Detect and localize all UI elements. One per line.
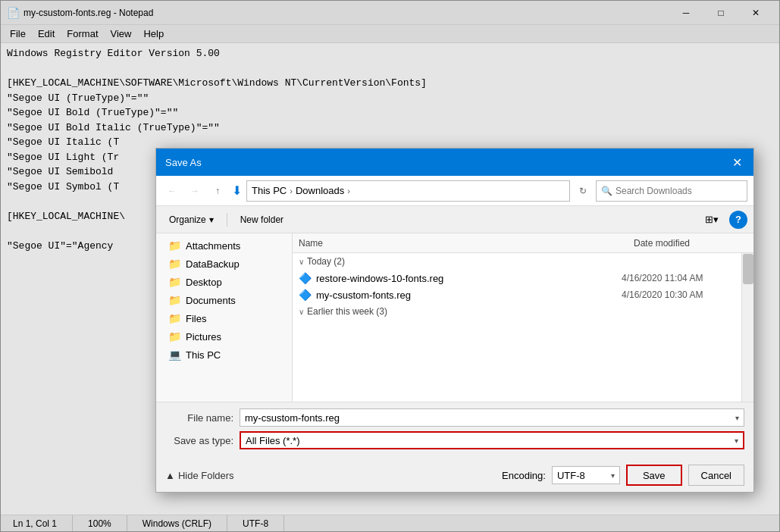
- search-icon: 🔍: [601, 186, 612, 196]
- dialog-close-button[interactable]: ✕: [726, 152, 747, 173]
- savetype-arrow-icon: ▾: [735, 437, 738, 445]
- reg-file-icon: 🔷: [299, 272, 312, 284]
- breadcrumb-bar[interactable]: This PC › Downloads ›: [246, 180, 570, 202]
- chevron-icon: ∨: [299, 258, 304, 266]
- folder-icon: 📁: [168, 239, 181, 252]
- breadcrumb-downloads: Downloads: [296, 185, 344, 196]
- folder-icon: 📁: [168, 258, 181, 270]
- folder-name: Documents: [186, 295, 236, 306]
- filename-input[interactable]: my-csustom-fonts.reg ▾: [240, 408, 744, 427]
- dialog-address-bar: ← → ↑ ⬇ This PC › Downloads › ↻ 🔍: [156, 176, 753, 206]
- refresh-button[interactable]: ↻: [573, 181, 593, 201]
- view-icon: ⊞▾: [705, 214, 719, 225]
- folder-icon: 📁: [168, 294, 181, 306]
- save-label: Save: [643, 470, 666, 481]
- encoding-value: UTF-8: [557, 470, 585, 481]
- folder-name: This PC: [186, 349, 221, 361]
- up-button[interactable]: ↑: [208, 181, 227, 201]
- breadcrumb-separator-2: ›: [347, 186, 350, 196]
- organize-button[interactable]: Organize ▾: [162, 211, 221, 228]
- dialog-title: Save As: [165, 157, 202, 168]
- dialog-footer: ▲ Hide Folders Encoding: UTF-8 ▾ Save Ca…: [156, 460, 753, 492]
- folder-icon: 📁: [168, 276, 181, 288]
- file-list-header: Name Date modified: [293, 233, 753, 253]
- folder-name: Pictures: [186, 331, 221, 343]
- dialog-title-bar: Save As ✕: [156, 149, 753, 176]
- filename-value: my-csustom-fonts.reg: [245, 412, 340, 424]
- file-name: my-csustom-fonts.reg: [316, 289, 617, 301]
- encoding-arrow-icon: ▾: [611, 471, 615, 480]
- folder-icon: 📁: [168, 312, 181, 324]
- reg-file-icon: 🔷: [299, 289, 312, 301]
- downloads-icon: ⬇: [232, 183, 242, 198]
- cancel-label: Cancel: [701, 470, 731, 481]
- hide-folders-button[interactable]: ▲ Hide Folders: [165, 470, 234, 481]
- help-icon: ?: [735, 214, 741, 225]
- chevron-icon: ∨: [299, 308, 304, 316]
- new-folder-button[interactable]: New folder: [233, 211, 290, 228]
- folder-icon: 📁: [168, 330, 181, 343]
- encoding-select[interactable]: UTF-8 ▾: [552, 466, 620, 484]
- savetype-row: Save as type: All Files (*.*) ▾: [165, 431, 744, 449]
- search-box[interactable]: 🔍: [596, 180, 747, 202]
- group-today-label: Today (2): [307, 256, 345, 267]
- scrollbar-track[interactable]: [741, 253, 753, 402]
- breadcrumb-separator-1: ›: [290, 186, 293, 196]
- breadcrumb-thispc: This PC: [252, 185, 287, 196]
- folder-files[interactable]: 📁 Files: [156, 309, 292, 327]
- group-today: ∨ Today (2): [293, 253, 741, 270]
- encoding-label: Encoding:: [502, 470, 546, 481]
- file-restore-fonts[interactable]: 🔷 restore-windows-10-fonts.reg 4/16/2020…: [293, 270, 741, 286]
- hide-folders-label: Hide Folders: [178, 470, 234, 481]
- file-list-body: ∨ Today (2) 🔷 restore-windows-10-fonts.r…: [293, 253, 741, 402]
- save-as-dialog: Save As ✕ ← → ↑ ⬇ This PC › Downloads › …: [155, 148, 754, 493]
- forward-button[interactable]: →: [185, 181, 205, 201]
- folder-attachments[interactable]: 📁 Attachments: [156, 236, 292, 255]
- file-date: 4/16/2020 10:30 AM: [622, 289, 735, 300]
- savetype-select[interactable]: All Files (*.*) ▾: [240, 431, 744, 449]
- hide-folders-icon: ▲: [165, 470, 175, 481]
- dialog-main: 📁 Attachments 📁 DataBackup 📁 Desktop 📁 D…: [156, 233, 753, 402]
- col-date-header: Date modified: [634, 238, 747, 249]
- savetype-label: Save as type:: [165, 435, 233, 446]
- dialog-toolbar: Organize ▾ New folder ⊞▾ ?: [156, 206, 753, 233]
- scrollbar-thumb[interactable]: [743, 254, 753, 284]
- view-button[interactable]: ⊞▾: [700, 210, 723, 230]
- savetype-value: All Files (*.*): [246, 435, 300, 446]
- folder-name: Attachments: [186, 240, 240, 252]
- dropdown-arrow-icon: ▾: [735, 414, 739, 422]
- folder-name: Files: [186, 313, 206, 324]
- left-panel: 📁 Attachments 📁 DataBackup 📁 Desktop 📁 D…: [156, 233, 293, 402]
- filename-row: File name: my-csustom-fonts.reg ▾: [165, 408, 744, 427]
- folder-pictures[interactable]: 📁 Pictures: [156, 327, 292, 346]
- folder-desktop[interactable]: 📁 Desktop: [156, 273, 292, 291]
- new-folder-label: New folder: [240, 214, 283, 225]
- toolbar-separator: [227, 213, 227, 227]
- file-date: 4/16/2020 11:04 AM: [622, 273, 735, 283]
- file-name: restore-windows-10-fonts.reg: [316, 273, 617, 284]
- file-csustom-fonts[interactable]: 🔷 my-csustom-fonts.reg 4/16/2020 10:30 A…: [293, 286, 741, 303]
- folder-name: Desktop: [186, 277, 222, 288]
- save-button[interactable]: Save: [626, 465, 682, 486]
- dialog-form: File name: my-csustom-fonts.reg ▾ Save a…: [156, 402, 753, 460]
- search-input[interactable]: [616, 186, 742, 196]
- col-name-header: Name: [299, 238, 634, 249]
- folder-databackup[interactable]: 📁 DataBackup: [156, 255, 292, 273]
- folder-thispc[interactable]: 💻 This PC: [156, 346, 292, 364]
- back-button[interactable]: ←: [162, 181, 182, 201]
- right-panel: Name Date modified ∨ Today (2) 🔷 restore…: [293, 233, 753, 402]
- group-earlier: ∨ Earlier this week (3): [293, 303, 741, 320]
- folder-name: DataBackup: [186, 258, 240, 270]
- organize-arrow: ▾: [209, 214, 214, 225]
- folder-documents[interactable]: 📁 Documents: [156, 291, 292, 309]
- cancel-button[interactable]: Cancel: [688, 465, 744, 486]
- computer-icon: 💻: [168, 349, 181, 361]
- group-earlier-label: Earlier this week (3): [307, 306, 387, 317]
- filename-label: File name:: [165, 412, 233, 424]
- help-button[interactable]: ?: [729, 211, 747, 229]
- organize-label: Organize: [169, 214, 206, 225]
